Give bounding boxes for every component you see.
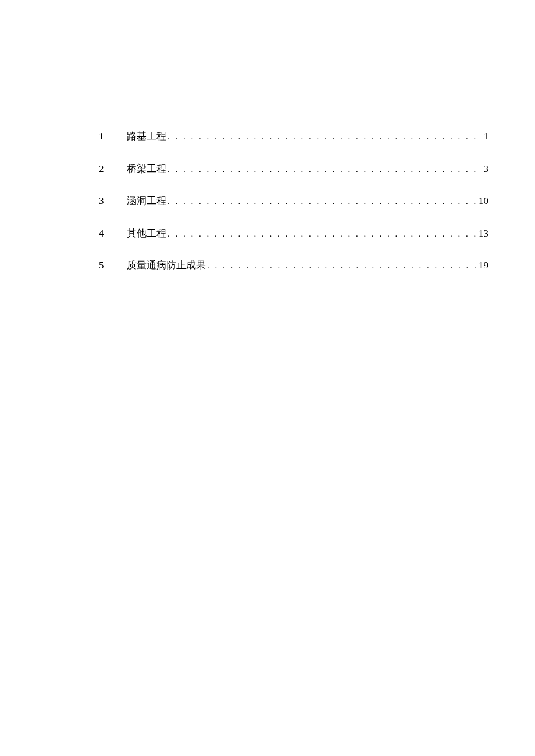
toc-leader-dots <box>166 163 482 176</box>
toc-title: 其他工程 <box>127 226 166 241</box>
toc-number: 5 <box>99 258 127 273</box>
toc-title: 质量通病防止成果 <box>127 258 206 273</box>
toc-entry: 3 涵洞工程 10 <box>99 194 488 209</box>
toc-page-number: 13 <box>476 226 488 241</box>
toc-page-number: 19 <box>476 258 488 273</box>
table-of-contents: 1 路基工程 1 2 桥梁工程 3 3 涵洞工程 10 4 其他工程 13 5 … <box>99 129 488 291</box>
toc-page-number: 1 <box>482 129 489 144</box>
toc-title: 路基工程 <box>127 129 166 144</box>
toc-entry: 1 路基工程 1 <box>99 129 488 144</box>
toc-number: 2 <box>99 162 127 177</box>
toc-entry: 2 桥梁工程 3 <box>99 162 488 177</box>
toc-leader-dots <box>166 227 476 241</box>
toc-title: 桥梁工程 <box>127 162 166 177</box>
toc-entry: 5 质量通病防止成果 19 <box>99 258 488 273</box>
toc-number: 3 <box>99 194 127 209</box>
toc-page-number: 3 <box>482 162 489 177</box>
toc-leader-dots <box>166 130 482 144</box>
toc-leader-dots <box>206 259 476 273</box>
toc-entry: 4 其他工程 13 <box>99 226 488 241</box>
toc-number: 4 <box>99 226 127 241</box>
toc-number: 1 <box>99 129 127 144</box>
toc-leader-dots <box>166 195 476 208</box>
toc-title: 涵洞工程 <box>127 194 166 209</box>
toc-page-number: 10 <box>476 194 488 209</box>
